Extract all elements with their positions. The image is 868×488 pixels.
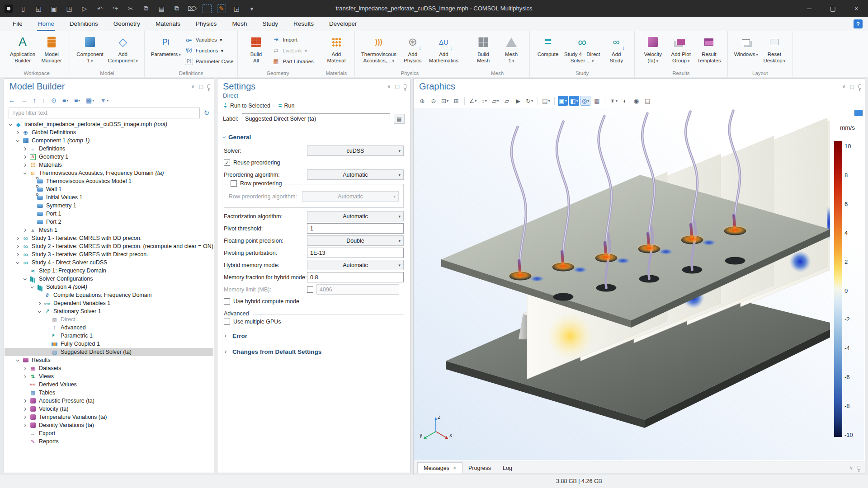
tree-node[interactable]: Temperature Variations (ta): [5, 413, 213, 421]
scene-light-button[interactable]: ☀▾: [609, 96, 618, 106]
tree-node[interactable]: ∞Study 3 - Iterative: GMRES with Direct …: [5, 250, 213, 258]
preview-icon[interactable]: ◲: [231, 4, 241, 14]
chevron-collapsed-icon[interactable]: [16, 236, 19, 239]
label-field-input[interactable]: Suggested Direct Solver (ta): [242, 113, 390, 124]
menu-mesh[interactable]: Mesh: [231, 17, 248, 31]
panel-pin-icon[interactable]: [208, 84, 210, 89]
ribbon-button-study4-direct-solver[interactable]: ∞Study 4 - DirectSolver ...▾: [562, 33, 602, 65]
ribbon-button-component-1[interactable]: Component1▾: [74, 33, 105, 65]
input-pivoting-perturbation-[interactable]: 1E-13: [307, 248, 404, 258]
tree-node[interactable]: Symmetry 1: [5, 202, 213, 210]
ribbon-button-build-mesh[interactable]: BuildMesh: [469, 33, 497, 65]
zoom-box-button[interactable]: ⊞: [451, 96, 461, 106]
highlight-icon[interactable]: ✎: [217, 4, 226, 13]
tree-node[interactable]: Results: [5, 356, 213, 364]
select-frame-icon[interactable]: [203, 4, 212, 13]
tree-node[interactable]: Port 2: [5, 218, 213, 226]
menu-developer[interactable]: Developer: [328, 17, 358, 31]
zoom-out-button[interactable]: ⊖: [429, 96, 439, 106]
chevron-collapsed-icon[interactable]: [16, 253, 19, 256]
chevron-expanded-icon[interactable]: [9, 122, 12, 126]
chevron-expanded-icon[interactable]: [24, 277, 27, 280]
tab-messages[interactable]: Messages×: [417, 462, 462, 474]
ribbon-button-partlibraries[interactable]: ▦Part Libraries: [272, 57, 313, 66]
ribbon-button-windows[interactable]: Windows▾: [732, 33, 760, 58]
save-icon[interactable]: ▣: [49, 4, 59, 14]
refresh-icon[interactable]: ↻: [203, 109, 209, 117]
tree-node[interactable]: ⊕Global Definitions: [5, 128, 213, 136]
panel-pin-icon[interactable]: [858, 466, 860, 470]
tree-node[interactable]: ≡Definitions: [5, 145, 213, 153]
help-icon[interactable]: ?: [854, 19, 863, 28]
close-icon[interactable]: ×: [453, 465, 456, 471]
expand-sort-icon[interactable]: ≡▾: [62, 97, 68, 104]
input-memory-fraction-for-hybrid-mode-[interactable]: 0.8: [307, 272, 404, 282]
quick-access-chevron-icon[interactable]: ▾: [247, 4, 257, 14]
run-to-selected-button[interactable]: ⇣Run to Selected: [223, 102, 270, 109]
open-file-icon[interactable]: ◱: [33, 4, 43, 14]
axis-orientation-button[interactable]: ∠▾: [468, 96, 478, 106]
run-button[interactable]: =Run: [278, 102, 295, 109]
section-error[interactable]: Error: [217, 328, 410, 344]
checkbox[interactable]: [231, 180, 237, 187]
ribbon-button-add-mathematics[interactable]: ΔUAddMathematics: [427, 33, 461, 65]
chevron-collapsed-icon[interactable]: [23, 147, 26, 150]
dropdown-hybrid-memory-mode-[interactable]: Automatic▾: [307, 260, 404, 270]
tree-node[interactable]: Component 1(comp 1): [5, 136, 213, 145]
chevron-collapsed-icon[interactable]: [23, 163, 26, 166]
ribbon-button-compute[interactable]: =Compute: [534, 33, 562, 58]
chevron-expanded-icon[interactable]: [38, 310, 41, 313]
tree-node[interactable]: ◆transfer_impedance_perforate_cuDSS_imag…: [5, 120, 213, 128]
tree-node[interactable]: Fully Coupled 1: [5, 340, 213, 348]
snapshot-button[interactable]: ◉: [631, 96, 641, 106]
ribbon-button-parameters[interactable]: PiParameters▾: [149, 33, 183, 58]
tree-node[interactable]: ∞Study 2 - Iterative: GMRES with DD prec…: [5, 242, 213, 250]
chevron-collapsed-icon[interactable]: [16, 244, 19, 248]
cut-icon[interactable]: ✂: [126, 4, 136, 14]
tree-node[interactable]: Port 1: [5, 210, 213, 218]
tree-node[interactable]: ▦Tables: [5, 389, 213, 397]
ribbon-button-functions[interactable]: f(x)Functions▾: [185, 46, 234, 55]
dropdown-preordering-algorithm-[interactable]: Automatic▾: [307, 169, 404, 180]
panel-pin-icon[interactable]: [859, 84, 861, 89]
plot-indicator-icon[interactable]: [854, 110, 863, 116]
minimize-button[interactable]: ─: [797, 0, 821, 17]
ribbon-button-addplot-group[interactable]: Add PlotGroup▾: [667, 33, 695, 65]
print-button[interactable]: ▤: [642, 96, 652, 106]
dropdown-solver-[interactable]: cuDSS▾: [307, 145, 404, 156]
ribbon-button-thermoviscous-acoustics[interactable]: )))ThermoviscousAcoustics,...▾: [359, 33, 399, 65]
panel-collapse-icon[interactable]: ∨: [842, 84, 846, 89]
show-options-icon[interactable]: ⊙: [51, 97, 57, 104]
tree-node[interactable]: Velocity (ta): [5, 405, 213, 413]
environment-button[interactable]: ◐: [620, 96, 630, 106]
tree-node[interactable]: Initial Values 1: [5, 193, 213, 202]
zoom-in-button[interactable]: ⊕: [417, 96, 427, 106]
ribbon-button-reset-desktop[interactable]: ResetDesktop▾: [760, 33, 788, 65]
input-pivot-threshold-[interactable]: 1: [307, 223, 404, 234]
new-file-icon[interactable]: ▯: [18, 4, 28, 14]
ribbon-button-add-material[interactable]: AddMaterial: [322, 33, 350, 65]
chevron-collapsed-icon[interactable]: [38, 301, 41, 305]
ribbon-button-variables[interactable]: a=Variables▾: [185, 35, 234, 44]
ribbon-button-result-templates[interactable]: ResultTemplates: [695, 33, 723, 65]
forward-icon[interactable]: ▷: [80, 4, 90, 14]
tree-node[interactable]: Desnity Variations (ta): [5, 421, 213, 429]
tree-node[interactable]: ⇅Views: [5, 372, 213, 380]
checkbox[interactable]: [224, 160, 230, 166]
chevron-collapsed-icon[interactable]: [23, 155, 26, 158]
ribbon-button-model-manager[interactable]: ModelManager: [38, 33, 66, 65]
ribbon-button-add-component[interactable]: ◇AddComponent▾: [106, 33, 140, 65]
reset-orientation-button[interactable]: ↻▾: [524, 96, 534, 106]
chevron-collapsed-icon[interactable]: [23, 399, 26, 402]
chevron-collapsed-icon[interactable]: [23, 366, 26, 370]
tree-node[interactable]: ∞Study 4 - Direct Solver cuDSS: [5, 258, 213, 267]
redo-icon[interactable]: ↷: [110, 4, 120, 14]
dropdown-floating-point-precision-[interactable]: Double▾: [307, 235, 404, 246]
ribbon-button-parametercase[interactable]: PiParameter Case: [185, 57, 234, 66]
tree-node[interactable]: ≈Step 1: Frequency Domain: [5, 267, 213, 275]
tree-node[interactable]: ▲Mesh 1: [5, 226, 213, 234]
copy-icon[interactable]: ⧉: [141, 4, 151, 14]
menu-file[interactable]: File: [12, 17, 24, 31]
paste-icon[interactable]: ▤: [156, 4, 166, 14]
delete-icon[interactable]: ⌦: [187, 4, 197, 14]
